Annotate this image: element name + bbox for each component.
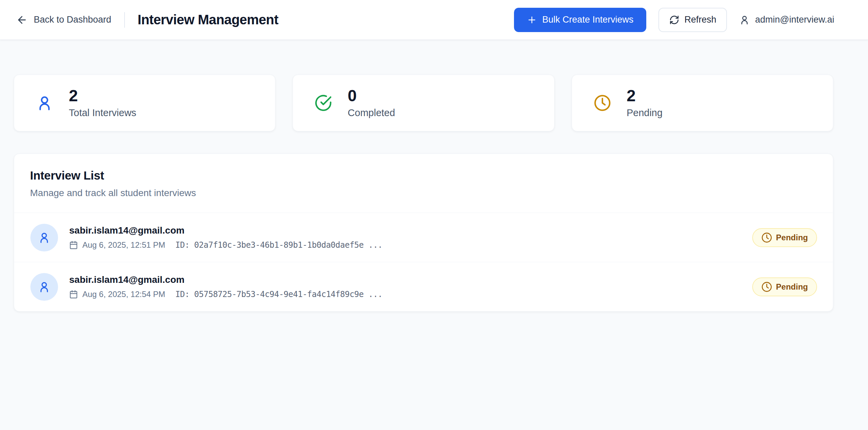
stat-label-completed: Completed	[348, 107, 395, 118]
stat-card-total-interviews: 2 Total Interviews	[14, 75, 275, 131]
back-to-dashboard-button[interactable]: Back to Dashboard	[16, 14, 111, 26]
stat-card-completed: 0 Completed	[293, 75, 554, 131]
status-badge: Pending	[752, 228, 817, 247]
clock-icon	[761, 281, 772, 292]
interview-date: Aug 6, 2025, 12:54 PM	[69, 290, 165, 299]
user-icon	[36, 94, 53, 112]
stat-label-total: Total Interviews	[69, 107, 136, 118]
header-divider	[124, 12, 125, 28]
stat-value-total: 2	[69, 87, 136, 104]
row-main: sabir.islam14@gmail.com Aug 6, 2025, 12:…	[69, 274, 382, 299]
interview-list-subtitle: Manage and track all student interviews	[30, 188, 817, 198]
interview-list-title: Interview List	[30, 169, 817, 182]
interview-id: ID: 05758725-7b53-4c94-9e41-fa4c14f89c9e…	[175, 290, 383, 299]
student-email: sabir.islam14@gmail.com	[69, 274, 382, 285]
refresh-button[interactable]: Refresh	[658, 8, 727, 32]
calendar-icon	[69, 241, 78, 249]
interview-id-value: 05758725-7b53-4c94-9e41-fa4c14f89c9e ...	[194, 290, 382, 299]
user-icon	[38, 280, 51, 293]
bulk-create-interviews-button[interactable]: Bulk Create Interviews	[514, 8, 646, 32]
interview-id-label: ID:	[175, 240, 190, 250]
interview-date: Aug 6, 2025, 12:51 PM	[69, 240, 165, 250]
interview-id-label: ID:	[175, 290, 190, 299]
interview-row[interactable]: sabir.islam14@gmail.com Aug 6, 2025, 12:…	[14, 262, 833, 311]
interview-date-text: Aug 6, 2025, 12:54 PM	[82, 290, 165, 299]
stats-row: 2 Total Interviews 0 Completed 2	[14, 75, 833, 131]
plus-icon	[527, 15, 537, 25]
stat-value-pending: 2	[627, 87, 662, 104]
stat-card-pending: 2 Pending	[572, 75, 833, 131]
arrow-left-icon	[16, 14, 28, 26]
user-icon	[739, 15, 750, 25]
status-badge: Pending	[752, 277, 817, 296]
clock-icon	[761, 232, 772, 243]
interview-id: ID: 02a7f10c-3be3-46b1-89b1-1b0da0daef5e…	[175, 240, 383, 250]
back-to-dashboard-label: Back to Dashboard	[34, 15, 111, 25]
interview-date-text: Aug 6, 2025, 12:51 PM	[82, 240, 165, 250]
main-content: 2 Total Interviews 0 Completed 2	[0, 40, 868, 312]
header-actions: Bulk Create Interviews Refresh admin@int…	[514, 8, 834, 32]
row-meta: Aug 6, 2025, 12:51 PM ID: 02a7f10c-3be3-…	[69, 240, 382, 250]
avatar	[30, 224, 58, 251]
admin-email: admin@interview.ai	[755, 15, 834, 25]
refresh-label: Refresh	[684, 15, 716, 25]
student-email: sabir.islam14@gmail.com	[69, 225, 382, 236]
interview-id-value: 02a7f10c-3be3-46b1-89b1-1b0da0daef5e ...	[194, 240, 382, 250]
calendar-icon	[69, 290, 78, 299]
admin-account: admin@interview.ai	[739, 15, 834, 25]
row-main: sabir.islam14@gmail.com Aug 6, 2025, 12:…	[69, 225, 382, 250]
user-icon	[38, 231, 51, 244]
bulk-create-interviews-label: Bulk Create Interviews	[542, 15, 633, 25]
page-title: Interview Management	[138, 12, 278, 27]
check-circle-icon	[315, 94, 332, 112]
stat-label-pending: Pending	[627, 107, 662, 118]
stat-value-completed: 0	[348, 87, 395, 104]
top-header: Back to Dashboard Interview Management B…	[0, 0, 868, 40]
status-badge-label: Pending	[776, 282, 808, 292]
avatar	[30, 273, 58, 301]
clock-icon	[594, 94, 611, 112]
status-badge-label: Pending	[776, 233, 808, 242]
interview-list-header: Interview List Manage and track all stud…	[14, 154, 833, 213]
interview-list-card: Interview List Manage and track all stud…	[14, 154, 833, 312]
interview-row[interactable]: sabir.islam14@gmail.com Aug 6, 2025, 12:…	[14, 213, 833, 262]
refresh-icon	[669, 15, 679, 25]
row-meta: Aug 6, 2025, 12:54 PM ID: 05758725-7b53-…	[69, 290, 382, 299]
